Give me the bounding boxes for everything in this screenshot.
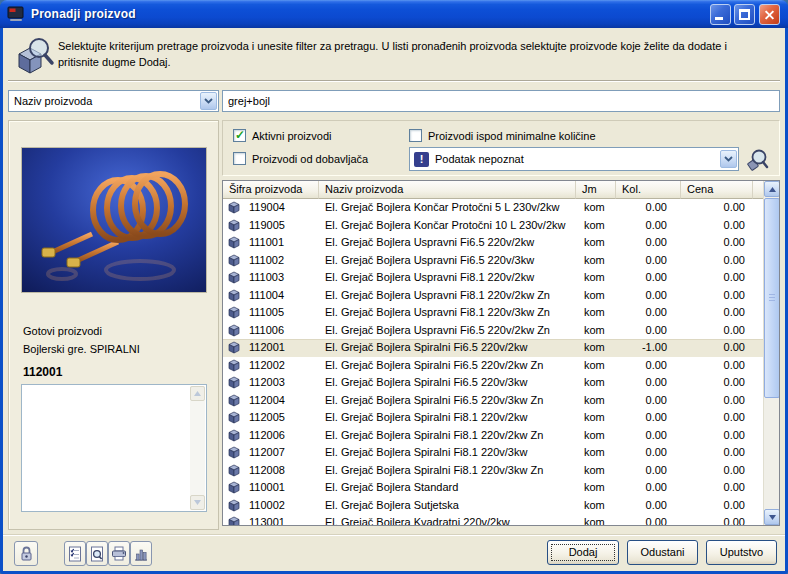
product-cube-icon (228, 394, 240, 407)
chart-icon (134, 547, 148, 561)
cell-jm: kom (576, 444, 616, 462)
table-row[interactable]: 112001 El. Grejač Bojlera Spiralni Fi6.5… (223, 339, 763, 357)
table-row[interactable]: 112005 El. Grejač Bojlera Spiralni Fi8.1… (223, 409, 763, 427)
table-row[interactable]: 119004 El. Grejač Bojlera Končar Protočn… (223, 199, 763, 217)
cell-code: 111005 (223, 304, 319, 322)
table-row[interactable]: 111006 El. Grejač Bojlera Uspravni Fi6.5… (223, 322, 763, 340)
cell-jm: kom (576, 322, 616, 340)
col-header-sifra[interactable]: Šifra proizvoda (223, 181, 319, 199)
scroll-up-icon[interactable] (764, 181, 780, 197)
table-row[interactable]: 111004 El. Grejač Bojlera Uspravni Fi8.1… (223, 287, 763, 305)
search-input[interactable] (222, 90, 780, 112)
product-cube-icon (228, 341, 240, 354)
checkbox-minimum-box[interactable] (409, 129, 422, 142)
checkbox-supplier[interactable]: Proizvodi od dobavljača (233, 152, 368, 165)
cell-kol: 0.00 (616, 479, 681, 497)
table-row[interactable]: 112007 El. Grejač Bojlera Spiralni Fi8.1… (223, 444, 763, 462)
filter-group: Aktivni proizvodi Proizvodi od dobavljač… (222, 120, 780, 176)
chevron-down-icon[interactable] (720, 150, 737, 168)
table-row[interactable]: 113001 El. Grejač Bojlera Kvadratni 220v… (223, 514, 763, 525)
col-header-naziv[interactable]: Naziv proizvoda (319, 181, 576, 199)
cell-name: El. Grejač Bojlera Sutjetska (319, 497, 576, 515)
product-cube-icon (228, 359, 240, 372)
product-note-textarea[interactable] (21, 384, 207, 512)
titlebar[interactable]: Pronadji proizvod (0, 0, 788, 28)
product-cube-icon (228, 376, 240, 389)
col-header-kol[interactable]: Kol. (616, 181, 681, 199)
cell-code: 112003 (223, 374, 319, 392)
data-status-select[interactable]: ! Podatak nepoznat (409, 147, 739, 171)
checkbox-minimum-label: Proizvodi ispod minimalne količine (428, 130, 596, 142)
col-header-cena[interactable]: Cena (681, 181, 753, 199)
close-button[interactable] (759, 4, 780, 25)
table-row[interactable]: 112006 El. Grejač Bojlera Spiralni Fi8.1… (223, 427, 763, 445)
chart-button[interactable] (130, 541, 152, 566)
cell-jm: kom (576, 514, 616, 525)
checkbox-active-box[interactable] (233, 129, 246, 142)
table-row[interactable]: 111001 El. Grejač Bojlera Uspravni Fi6.5… (223, 234, 763, 252)
preview-button[interactable] (86, 541, 108, 566)
checkbox-supplier-box[interactable] (233, 152, 246, 165)
cell-cena: 0.00 (681, 287, 753, 305)
table-row[interactable]: 112004 El. Grejač Bojlera Spiralni Fi6.5… (223, 392, 763, 410)
cell-name: El. Grejač Bojlera Spiralni Fi8.1 220v/3… (319, 444, 576, 462)
minimize-button[interactable] (710, 4, 731, 25)
scroll-down-icon[interactable] (764, 509, 780, 525)
product-cube-icon (228, 464, 240, 477)
cell-code: 112005 (223, 409, 319, 427)
checkbox-active[interactable]: Aktivni proizvodi (233, 129, 331, 142)
table-row[interactable]: 112003 El. Grejač Bojlera Spiralni Fi6.5… (223, 374, 763, 392)
table-scrollbar[interactable] (763, 181, 779, 525)
checklist-button[interactable] (64, 541, 86, 566)
table-row[interactable]: 111005 El. Grejač Bojlera Uspravni Fi8.1… (223, 304, 763, 322)
col-header-jm[interactable]: Jm (576, 181, 616, 199)
product-cube-icon (228, 254, 240, 267)
note-scrollbar[interactable] (190, 386, 205, 510)
table-header-row: Šifra proizvoda Naziv proizvoda Jm Kol. … (223, 181, 763, 199)
cell-cena: 0.00 (681, 392, 753, 410)
dialog-client-area: Selektujte kriterijum pretrage proizvoda… (3, 28, 785, 571)
cell-code: 112007 (223, 444, 319, 462)
uputstvo-button[interactable]: Uputstvo (706, 540, 777, 565)
scroll-up-icon[interactable] (190, 386, 205, 401)
scrollbar-thumb[interactable] (764, 198, 780, 398)
cell-cena: 0.00 (681, 269, 753, 287)
cell-code: 112008 (223, 462, 319, 480)
cell-jm: kom (576, 497, 616, 515)
checkbox-minimum[interactable]: Proizvodi ispod minimalne količine (409, 129, 596, 142)
maximize-button[interactable] (734, 4, 755, 25)
chevron-down-icon[interactable] (200, 92, 217, 110)
cell-name: El. Grejač Bojlera Spiralni Fi6.5 220v/2… (319, 339, 576, 357)
table-row[interactable]: 110002 El. Grejač Bojlera Sutjetska kom … (223, 497, 763, 515)
cell-jm: kom (576, 392, 616, 410)
cell-cena: 0.00 (681, 479, 753, 497)
table-row[interactable]: 110001 El. Grejač Bojlera Standard kom 0… (223, 479, 763, 497)
dodaj-button[interactable]: Dodaj (547, 540, 619, 565)
table-row[interactable]: 111003 El. Grejač Bojlera Uspravni Fi8.1… (223, 269, 763, 287)
cell-jm: kom (576, 217, 616, 235)
app-icon (7, 6, 25, 22)
product-table-body: 119004 El. Grejač Bojlera Končar Protočn… (223, 199, 763, 525)
cell-kol: 0.00 (616, 269, 681, 287)
product-cube-icon (228, 499, 240, 512)
cell-filler (753, 444, 763, 462)
cell-kol: 0.00 (616, 427, 681, 445)
cell-jm: kom (576, 199, 616, 217)
cell-jm: kom (576, 357, 616, 375)
product-cube-icon (228, 446, 240, 459)
product-table: Šifra proizvoda Naziv proizvoda Jm Kol. … (222, 180, 780, 526)
odustani-button[interactable]: Odustani (627, 540, 698, 565)
find-magnifier-icon[interactable] (747, 149, 769, 171)
table-row[interactable]: 111002 El. Grejač Bojlera Uspravni Fi6.5… (223, 252, 763, 270)
print-button[interactable] (108, 541, 130, 566)
lock-button[interactable] (14, 541, 38, 566)
cell-filler (753, 339, 763, 357)
cell-kol: 0.00 (616, 374, 681, 392)
table-row[interactable]: 112008 El. Grejač Bojlera Spiralni Fi8.1… (223, 462, 763, 480)
cell-kol: 0.00 (616, 252, 681, 270)
table-row[interactable]: 112002 El. Grejač Bojlera Spiralni Fi6.5… (223, 357, 763, 375)
criterion-select[interactable]: Naziv proizvoda (8, 90, 219, 112)
scroll-down-icon[interactable] (190, 495, 205, 510)
table-row[interactable]: 119005 El. Grejač Bojlera Končar Protočn… (223, 217, 763, 235)
cell-filler (753, 479, 763, 497)
